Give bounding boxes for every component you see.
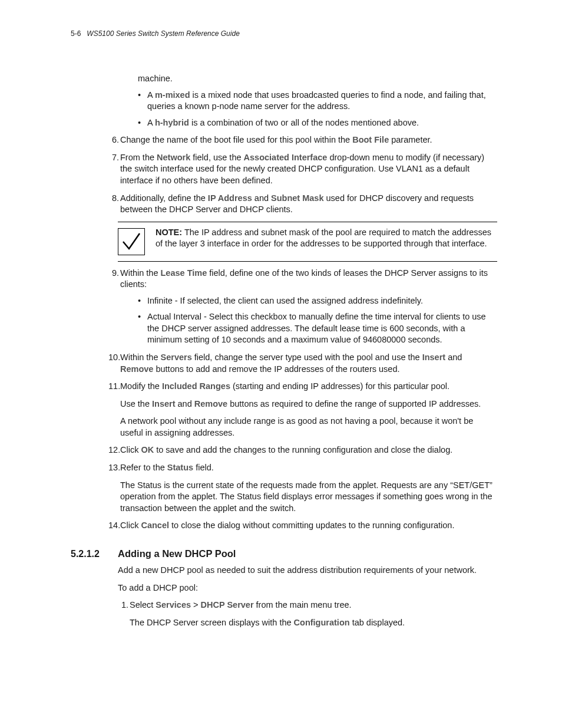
- note-text: The IP address and subnet mask of the po…: [156, 228, 491, 249]
- text: field, change the server type used with …: [192, 353, 422, 362]
- text: Click: [120, 521, 141, 530]
- text: >: [191, 600, 201, 610]
- text: From the: [120, 153, 157, 162]
- term-included-ranges: Included Ranges: [162, 381, 230, 391]
- text: Refer to the: [120, 463, 167, 472]
- term-status: Status: [167, 463, 193, 472]
- step-13: 13. Refer to the Status field. The Statu…: [108, 462, 497, 514]
- term-remove: Remove: [194, 399, 227, 409]
- text: Click: [120, 445, 141, 454]
- step-11-note: A network pool without any include range…: [120, 416, 497, 439]
- text: The DHCP Server screen displays with the: [130, 618, 294, 627]
- text: Additionally, define the: [120, 193, 208, 203]
- step-12: 12. Click OK to save and add the changes…: [108, 444, 497, 456]
- text: parameter.: [389, 135, 432, 144]
- text: field, use the: [190, 153, 243, 162]
- orphan-continuation: machine.: [71, 73, 497, 85]
- term-dhcp-server: DHCP Server: [201, 600, 254, 610]
- note-label: NOTE:: [156, 228, 182, 237]
- text: Modify the: [120, 381, 162, 391]
- text: buttons to add and remove the IP address…: [153, 364, 399, 374]
- section-intro: Add a new DHCP pool as needed to suit th…: [118, 565, 497, 577]
- bullet-prefix: A: [147, 118, 155, 127]
- text: Within the: [120, 353, 161, 362]
- term-boot-file: Boot File: [352, 135, 389, 144]
- term-network: Network: [157, 153, 190, 162]
- step-7: 7. From the Network field, use the Assoc…: [108, 152, 497, 187]
- term-insert: Insert: [422, 353, 446, 362]
- step-9: 9. Within the Lease Time field, define o…: [108, 268, 497, 346]
- checkmark-icon: [118, 228, 145, 255]
- term-h-hybrid: h-hybrid: [155, 118, 189, 127]
- running-header: 5-6 WS5100 Series Switch System Referenc…: [71, 29, 497, 38]
- doc-title: WS5100 Series Switch System Reference Gu…: [87, 29, 239, 38]
- text: tab displayed.: [350, 618, 405, 627]
- term-services: Services: [156, 600, 191, 610]
- bullet-rest: is a combination of two or all of the no…: [189, 118, 419, 127]
- step-8: 8. Additionally, define the IP Address a…: [108, 193, 497, 216]
- bullet-m-mixed: A m-mixed is a mixed node that uses broa…: [138, 90, 497, 113]
- term-m-mixed: m-mixed: [155, 90, 190, 100]
- term-lease-time: Lease Time: [161, 268, 207, 278]
- text: and: [252, 193, 271, 203]
- text: and: [176, 399, 194, 409]
- bullet-rest: is a mixed node that uses broadcasted qu…: [147, 90, 486, 111]
- bullet-actual-interval: Actual Interval - Select this checkbox t…: [138, 311, 497, 346]
- term-servers: Servers: [161, 353, 192, 362]
- text: Change the name of the boot file used fo…: [120, 135, 352, 144]
- term-subnet-mask: Subnet Mask: [271, 193, 323, 203]
- term-ok: OK: [141, 445, 154, 454]
- term-insert: Insert: [152, 399, 176, 409]
- step-11: 11. Modify the Included Ranges (starting…: [108, 381, 497, 439]
- term-associated-interface: Associated Interface: [244, 153, 328, 162]
- bullet-infinite: Infinite - If selected, the client can u…: [138, 295, 497, 307]
- text: to close the dialog without committing u…: [169, 521, 454, 530]
- text: to save and add the changes to the runni…: [154, 445, 452, 454]
- term-ip-address: IP Address: [208, 193, 252, 203]
- note-box: NOTE: The IP address and subnet mask of …: [118, 222, 497, 262]
- section-lead: To add a DHCP pool:: [118, 582, 497, 594]
- term-configuration: Configuration: [294, 618, 350, 627]
- step-6: 6. Change the name of the boot file used…: [108, 134, 497, 146]
- text: Within the: [120, 268, 161, 278]
- text: field.: [193, 463, 214, 472]
- step-13-explain: The Status is the current state of the r…: [120, 480, 497, 515]
- page-ref: 5-6: [71, 29, 81, 38]
- term-remove: Remove: [120, 364, 153, 374]
- section-step-1: 1. Select Services > DHCP Server from th…: [118, 599, 497, 628]
- term-cancel: Cancel: [141, 521, 169, 530]
- step-14: 14. Click Cancel to close the dialog wit…: [108, 520, 497, 532]
- bullet-h-hybrid: A h-hybrid is a combination of two or al…: [138, 117, 497, 129]
- text: from the main menu tree.: [254, 600, 352, 610]
- text: (starting and ending IP addresses) for t…: [230, 381, 449, 391]
- text: buttons as required to define the range …: [227, 399, 481, 409]
- text: Select: [130, 600, 156, 610]
- text: and: [445, 353, 462, 362]
- bullet-prefix: A: [147, 90, 155, 100]
- section-title: Adding a New DHCP Pool: [118, 547, 236, 560]
- text: Use the: [120, 399, 152, 409]
- section-number: 5.2.1.2: [71, 548, 118, 561]
- step-10: 10. Within the Servers field, change the…: [108, 352, 497, 375]
